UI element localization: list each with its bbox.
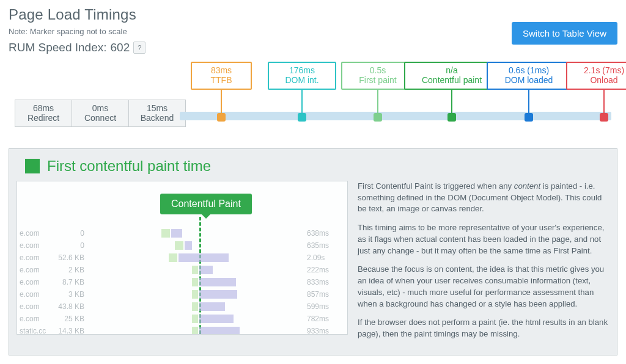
detail-paragraph: First Contentful Paint is triggered when… [358,181,609,215]
rum-value: 602 [111,41,130,54]
marker-dom-loaded[interactable]: 0.6s (1ms)DOM loaded [487,62,571,90]
marker-knob [298,113,306,122]
stat-connect: 0msConnect [72,100,129,127]
row-bar-wait [169,253,177,262]
row-host: e.com [20,278,49,286]
detail-title: First contentful paint time [47,158,211,175]
stat-value: 68ms [18,103,69,113]
marker-knob [447,113,456,122]
marker-knob [525,113,533,122]
stat-redirect: 68msRedirect [15,100,72,127]
row-bar-download [199,278,236,286]
marker-value: 0.6s (1ms) [495,65,562,75]
detail-paragraph: Because the focus is on content, the ide… [358,264,609,310]
marker-value: 2.1s (7ms) [575,65,626,75]
marker-label: DOM int. [276,75,328,85]
marker-contentful-paint[interactable]: n/aContentful paint [404,62,499,90]
stat-backend: 15msBackend [129,100,186,127]
row-time: 635ms [303,241,344,250]
row-size: 25 KB [49,315,89,323]
row-bar-download [199,290,237,299]
marker-onload[interactable]: 2.1s (7ms)Onload [566,62,626,90]
marker-value: 83ms [199,65,243,75]
stat-label: Connect [75,113,126,123]
row-bar-download [199,315,234,323]
row-bar-download [179,253,229,262]
waterfall-preview: Contentful Paint e.com0638mse.com0635mse… [17,181,348,335]
switch-to-table-view-button[interactable]: Switch to Table View [512,22,617,45]
waterfall-row: e.com3 KB857ms [20,289,344,300]
waterfall-row: e.com2 KB222ms [20,264,344,275]
row-size: 52.6 KB [49,253,89,262]
row-bar-wait [192,315,198,323]
marker-value: n/a [413,65,491,75]
row-bar-download [171,229,182,238]
row-time: 833ms [303,278,344,286]
marker-label: Onload [575,75,626,85]
row-bar-download [199,302,225,311]
row-bar-wait [192,302,198,311]
waterfall-row: e.com25 KB782ms [20,313,344,324]
detail-color-swatch [25,159,40,173]
marker-ttfb[interactable]: 83msTTFB [191,62,252,90]
page-title: Page Load Timings [9,6,617,23]
stat-value: 0ms [75,103,126,113]
row-time: 599ms [303,302,344,311]
row-size: 0 [49,241,89,250]
marker-knob [600,113,608,122]
row-time: 638ms [303,229,344,238]
row-bar-download [185,241,192,250]
marker-knob [374,113,382,122]
row-host: e.com [20,266,49,274]
row-host: e.com [20,302,49,311]
marker-label: First paint [350,75,406,85]
row-bar-wait [192,278,198,286]
waterfall-row: e.com8.7 KB833ms [20,277,344,288]
row-host: e.com [20,290,49,299]
marker-label: TTFB [199,75,243,85]
detail-paragraph: This timing aims to be more representati… [358,222,609,257]
row-time: 933ms [303,327,344,335]
row-bar-wait [161,229,170,238]
waterfall-row: e.com52.6 KB2.09s [20,252,344,263]
row-host: e.com [20,241,49,250]
row-size: 0 [49,229,89,238]
detail-paragraph: If the browser does not perform a paint … [358,317,609,340]
waterfall-row: e.com0638ms [20,228,344,239]
row-bar-download [199,327,240,335]
contentful-paint-pill: Contentful Paint [160,194,252,214]
row-host: e.com [20,253,49,262]
row-bar-wait [192,290,198,299]
row-host: e.com [20,315,49,323]
stat-label: Redirect [18,113,69,123]
row-time: 857ms [303,290,344,299]
stat-value: 15ms [131,103,183,113]
marker-first-paint[interactable]: 0.5sFirst paint [341,62,414,90]
row-size: 14.3 KB [49,327,89,335]
row-host: e.com [20,229,49,238]
waterfall-row: e.com43.8 KB599ms [20,301,344,312]
row-bar-wait [192,327,198,335]
row-bar-wait [175,241,183,250]
waterfall-row: e.com0635ms [20,240,344,251]
row-bar-wait [192,266,198,274]
stat-label: Backend [131,113,183,123]
row-bar-download [199,266,213,274]
marker-label: Contentful paint [413,75,491,85]
row-size: 43.8 KB [49,302,89,311]
detail-description: First Contentful Paint is triggered when… [358,181,609,348]
row-host: static.cc [20,327,49,335]
marker-value: 0.5s [350,65,406,75]
detail-panel: First contentful paint time Contentful P… [9,148,617,355]
row-time: 2.09s [303,253,344,262]
marker-label: DOM loaded [495,75,562,85]
timeline: 68msRedirect0msConnect15msBackend 83msTT… [9,62,617,135]
rum-label: RUM Speed Index: [9,41,107,54]
row-time: 222ms [303,266,344,274]
marker-value: 176ms [276,65,328,75]
marker-dom-int-[interactable]: 176msDOM int. [268,62,336,90]
row-size: 8.7 KB [49,278,89,286]
help-icon[interactable]: ? [133,42,145,54]
row-time: 782ms [303,315,344,323]
marker-knob [217,113,226,122]
